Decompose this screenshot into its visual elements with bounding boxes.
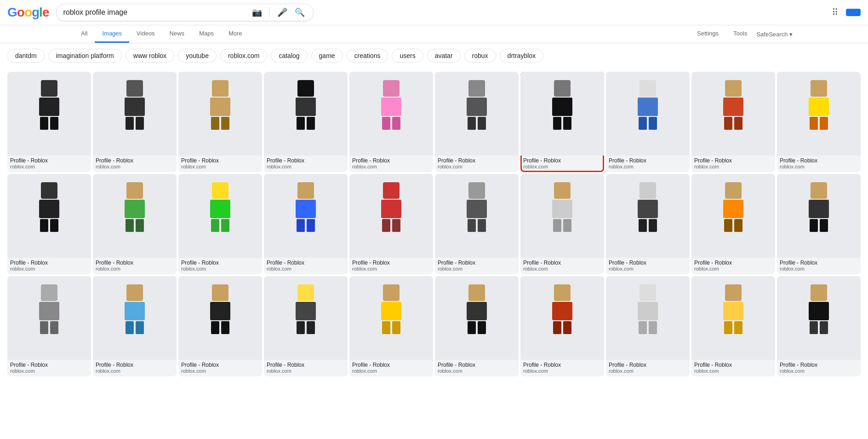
tab-news[interactable]: News	[162, 25, 192, 43]
image-info: Profile - Robloxroblox.com	[7, 258, 91, 274]
figure-leg-left	[297, 219, 305, 232]
image-card[interactable]: Profile - Robloxroblox.com	[7, 174, 91, 274]
image-card[interactable]: Profile - Robloxroblox.com	[777, 72, 861, 172]
image-card[interactable]: Profile - Robloxroblox.com	[264, 276, 348, 376]
filter-chip-0[interactable]: dantdm	[7, 49, 45, 63]
divider	[269, 7, 270, 18]
image-thumbnail	[606, 276, 690, 360]
image-card[interactable]: Profile - Robloxroblox.com	[435, 174, 519, 274]
tab-maps[interactable]: Maps	[192, 25, 221, 43]
filter-chip-8[interactable]: users	[392, 49, 423, 63]
figure-leg-left	[810, 117, 818, 130]
image-thumbnail	[691, 276, 775, 360]
image-source: roblox.com	[267, 368, 345, 374]
figure-body	[552, 98, 572, 116]
figure-legs	[810, 321, 828, 334]
image-thumbnail	[435, 72, 519, 156]
image-card[interactable]: Profile - Robloxroblox.com	[349, 72, 433, 172]
filter-chip-7[interactable]: creations	[347, 49, 388, 63]
image-source: roblox.com	[609, 164, 687, 169]
figure-leg-left	[810, 219, 818, 232]
image-title: Profile - Roblox	[96, 260, 174, 266]
image-card[interactable]: Profile - Robloxroblox.com	[520, 276, 604, 376]
figure-legs	[639, 321, 657, 334]
image-thumbnail	[606, 174, 690, 258]
image-card[interactable]: Profile - Robloxroblox.com	[93, 72, 177, 172]
figure-legs	[40, 219, 58, 232]
search-input[interactable]	[63, 8, 246, 17]
figure-leg-left	[382, 117, 390, 130]
image-card[interactable]: Profile - Robloxroblox.com	[691, 72, 775, 172]
image-card[interactable]: Profile - Robloxroblox.com	[349, 276, 433, 376]
tab-settings[interactable]: Settings	[690, 25, 726, 43]
image-card[interactable]: Profile - Robloxroblox.com	[777, 174, 861, 274]
tab-images[interactable]: Images	[95, 25, 129, 43]
tab-videos[interactable]: Videos	[129, 25, 162, 43]
filter-chip-1[interactable]: imagination platform	[48, 49, 122, 63]
image-card[interactable]: Profile - Robloxroblox.com	[93, 174, 177, 274]
image-source: roblox.com	[352, 266, 430, 271]
image-info: Profile - Robloxroblox.com	[264, 360, 348, 376]
tab-more[interactable]: More	[221, 25, 250, 43]
figure-head	[725, 284, 742, 301]
image-card[interactable]: Profile - Robloxroblox.com	[520, 174, 604, 274]
image-source: roblox.com	[181, 266, 259, 271]
image-card[interactable]: Profile - Robloxroblox.com	[520, 72, 604, 172]
image-card[interactable]: Profile - Robloxroblox.com	[7, 276, 91, 376]
filter-chip-2[interactable]: www roblox	[126, 49, 174, 63]
image-card[interactable]: Profile - Robloxroblox.com	[178, 174, 262, 274]
figure-leg-left	[40, 117, 48, 130]
figure-legs	[468, 321, 486, 334]
image-thumbnail	[777, 174, 861, 258]
filter-chip-11[interactable]: drtrayblox	[500, 49, 543, 63]
tab-tools[interactable]: Tools	[726, 25, 754, 43]
safe-search-label[interactable]: SafeSearch ▾	[754, 26, 794, 42]
image-source: roblox.com	[352, 368, 430, 374]
filter-chip-4[interactable]: roblox.com	[220, 49, 267, 63]
filter-chip-3[interactable]: youtube	[178, 49, 217, 63]
figure-head	[126, 182, 143, 199]
sign-in-button[interactable]	[846, 9, 861, 16]
image-card[interactable]: Profile - Robloxroblox.com	[178, 72, 262, 172]
image-info: Profile - Robloxroblox.com	[691, 258, 775, 274]
search-bar: 📷 🎤 🔍	[56, 4, 314, 21]
voice-search-button[interactable]: 🎤	[275, 7, 289, 17]
image-card[interactable]: Profile - Robloxroblox.com	[178, 276, 262, 376]
image-card[interactable]: Profile - Robloxroblox.com	[691, 174, 775, 274]
figure-body	[809, 98, 829, 116]
apps-grid-icon[interactable]: ⠿	[832, 7, 839, 18]
figure-head	[554, 284, 571, 301]
camera-search-button[interactable]: 📷	[250, 7, 264, 17]
filter-chip-10[interactable]: robux	[464, 49, 496, 63]
image-card[interactable]: Profile - Robloxroblox.com	[606, 174, 690, 274]
image-source: roblox.com	[523, 368, 601, 374]
image-card[interactable]: Profile - Robloxroblox.com	[93, 276, 177, 376]
figure-head	[41, 284, 57, 301]
image-card[interactable]: Profile - Robloxroblox.com	[349, 174, 433, 274]
tab-all[interactable]: All	[74, 25, 95, 43]
figure-leg-left	[724, 321, 732, 334]
image-source: roblox.com	[352, 164, 430, 169]
google-logo[interactable]: Google	[7, 5, 49, 20]
image-card[interactable]: Profile - Robloxroblox.com	[435, 72, 519, 172]
figure-legs	[382, 117, 400, 130]
image-source: roblox.com	[10, 164, 88, 169]
image-card[interactable]: Profile - Robloxroblox.com	[264, 72, 348, 172]
figure-body	[210, 200, 230, 218]
image-card[interactable]: Profile - Robloxroblox.com	[606, 276, 690, 376]
filter-chip-9[interactable]: avatar	[427, 49, 461, 63]
image-card[interactable]: Profile - Robloxroblox.com	[435, 276, 519, 376]
figure-leg-left	[126, 219, 134, 232]
image-card[interactable]: Profile - Robloxroblox.com	[777, 276, 861, 376]
image-card[interactable]: Profile - Robloxroblox.com	[7, 72, 91, 172]
image-card[interactable]: Profile - Robloxroblox.com	[606, 72, 690, 172]
image-thumbnail	[691, 72, 775, 156]
image-card[interactable]: Profile - Robloxroblox.com	[264, 174, 348, 274]
filter-chip-6[interactable]: game	[311, 49, 343, 63]
filter-chip-5[interactable]: catalog	[271, 49, 307, 63]
search-button[interactable]: 🔍	[293, 7, 307, 17]
figure-leg-right	[221, 117, 229, 130]
image-thumbnail	[435, 174, 519, 258]
figure-body	[809, 302, 829, 320]
image-card[interactable]: Profile - Robloxroblox.com	[691, 276, 775, 376]
